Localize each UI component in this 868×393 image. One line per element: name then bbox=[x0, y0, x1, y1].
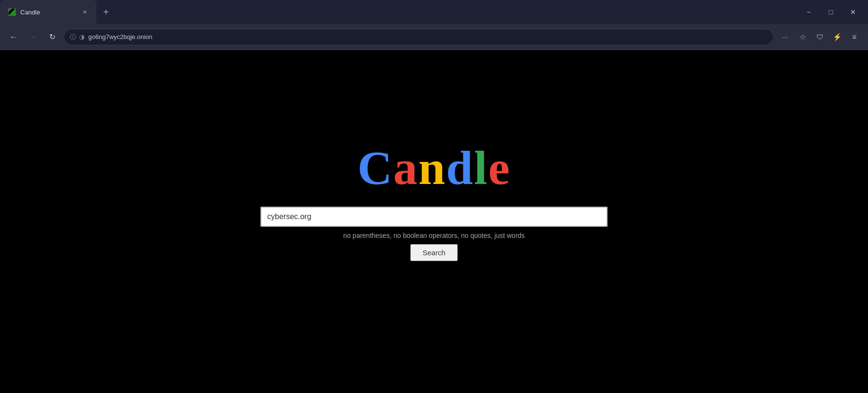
tab-close-button[interactable]: × bbox=[81, 7, 89, 17]
nav-right-controls: ··· ☆ 🛡 ⚡ ≡ bbox=[777, 29, 862, 45]
address-security-icons: ⓘ ◑ bbox=[70, 33, 84, 41]
back-button[interactable]: ← bbox=[6, 29, 21, 45]
tab-favicon bbox=[8, 8, 16, 16]
logo-letter-d: d bbox=[446, 141, 474, 195]
search-input[interactable] bbox=[260, 207, 608, 227]
more-button[interactable]: ··· bbox=[777, 29, 793, 45]
browser-window: Candle × + − □ ✕ ← → ↻ ⓘ ◑ ··· ☆ 🛡 ⚡ ≡ bbox=[0, 0, 868, 393]
search-button[interactable]: Search bbox=[410, 244, 458, 261]
minimize-button[interactable]: − bbox=[798, 0, 820, 24]
info-icon: ⓘ bbox=[70, 33, 76, 41]
tor-icon: ◑ bbox=[79, 33, 84, 40]
page-content: Candle no parentheses, no boolean operat… bbox=[0, 50, 868, 393]
address-input[interactable] bbox=[88, 33, 767, 40]
close-button[interactable]: ✕ bbox=[842, 0, 864, 24]
logo-letter-c: C bbox=[357, 141, 393, 195]
forward-button: → bbox=[25, 29, 41, 45]
menu-button[interactable]: ≡ bbox=[847, 29, 862, 45]
tab-strip: Candle × + bbox=[0, 0, 798, 24]
refresh-button[interactable]: ↻ bbox=[44, 29, 60, 45]
logo-letter-e: e bbox=[488, 141, 510, 195]
maximize-button[interactable]: □ bbox=[820, 0, 842, 24]
search-area: no parentheses, no boolean operators, no… bbox=[260, 207, 608, 261]
search-hint: no parentheses, no boolean operators, no… bbox=[343, 232, 525, 239]
navigation-bar: ← → ↻ ⓘ ◑ ··· ☆ 🛡 ⚡ ≡ bbox=[0, 24, 868, 50]
extensions-button[interactable]: ⚡ bbox=[829, 29, 845, 45]
address-bar[interactable]: ⓘ ◑ bbox=[64, 29, 773, 45]
favicon-image bbox=[8, 8, 16, 16]
new-tab-button[interactable]: + bbox=[96, 0, 116, 24]
window-controls: − □ ✕ bbox=[798, 0, 868, 24]
active-tab[interactable]: Candle × bbox=[0, 0, 96, 24]
tab-title: Candle bbox=[20, 9, 77, 16]
logo-letter-a: a bbox=[393, 141, 418, 195]
logo-letter-n: n bbox=[418, 141, 446, 195]
title-bar: Candle × + − □ ✕ bbox=[0, 0, 868, 24]
bookmark-button[interactable]: ☆ bbox=[795, 29, 810, 45]
logo-letter-l: l bbox=[474, 141, 488, 195]
shield-button[interactable]: 🛡 bbox=[812, 29, 827, 45]
candle-logo: Candle bbox=[357, 144, 511, 192]
